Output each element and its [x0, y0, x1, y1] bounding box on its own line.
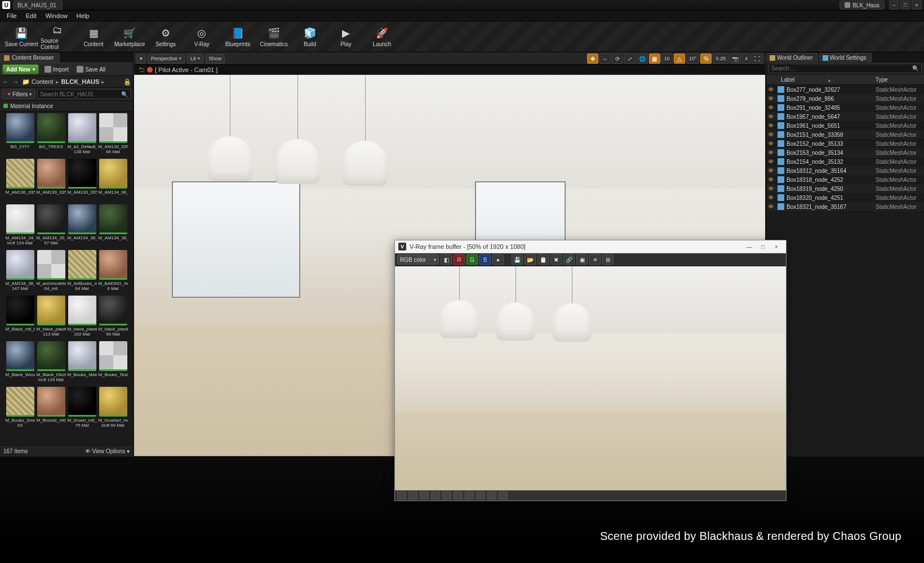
vfb-titlebar[interactable]: V V-Ray frame buffer - [50% of 1920 x 10…	[395, 240, 786, 253]
viewport-maximize-icon[interactable]: ⛶	[752, 53, 763, 64]
viewport-menu-button[interactable]: ▾	[136, 54, 145, 64]
asset-item[interactable]: M_black_plastic_mtl_brdf 113 Mat	[37, 296, 66, 339]
vfb-mono-button[interactable]: ●	[492, 254, 504, 265]
vfb-status-icon[interactable]	[465, 491, 474, 499]
nav-folder-icon[interactable]: 📁	[21, 77, 30, 86]
asset-item[interactable]: M_black_plastic_mtl_brdf 102 Mat	[68, 296, 97, 339]
asset-item[interactable]: M_black_plastic_mtl_brdf 90 Mat	[99, 296, 128, 339]
launch-button[interactable]: 🚀Launch	[365, 23, 399, 50]
visibility-icon[interactable]: 👁	[766, 131, 775, 138]
outliner-col-type[interactable]: Type	[876, 77, 924, 83]
menu-help[interactable]: Help	[72, 11, 94, 20]
cinematics-button[interactable]: 🎬Cinematics	[257, 23, 291, 50]
level-tab[interactable]: BLK_HAUS_01	[14, 1, 63, 10]
settings-button[interactable]: ⚙Settings	[149, 23, 183, 50]
world-outliner-tab[interactable]: World Outliner	[766, 53, 818, 62]
asset-item[interactable]: M_Books_Main_Shelf_mtl	[68, 341, 97, 385]
scale-snap-value[interactable]: 0.25	[713, 53, 728, 64]
menu-file[interactable]: File	[2, 11, 21, 20]
import-button[interactable]: Import	[42, 66, 71, 73]
vfb-link-icon[interactable]: 🔗	[563, 254, 575, 265]
add-new-button[interactable]: Add New	[2, 64, 39, 74]
vfb-save-icon[interactable]: 💾	[512, 254, 523, 265]
menu-edit[interactable]: Edit	[21, 11, 41, 20]
vfb-status-icon[interactable]	[442, 491, 451, 499]
asset-item[interactable]: M_Black_Wood_mtl_brdf_14_Mat	[6, 341, 35, 385]
pilot-eject-icon[interactable]: ⮌	[139, 66, 145, 73]
asset-item[interactable]: M_a3_Default_mtl_brdf 138 Mat	[68, 113, 97, 157]
outliner-row[interactable]: 👁Box2151_node_33358StaticMeshActor	[766, 130, 924, 139]
world-settings-tab[interactable]: World Settings	[819, 53, 872, 62]
menu-window[interactable]: Window	[41, 11, 72, 20]
grid-snap-icon[interactable]: ▦	[649, 53, 660, 64]
source-control-button[interactable]: 🗂Source Control	[41, 23, 74, 50]
outliner-row[interactable]: 👁Box2154_node_35132StaticMeshActor	[766, 157, 924, 166]
visibility-icon[interactable]: 👁	[766, 104, 775, 111]
vfb-r-button[interactable]: R	[454, 254, 465, 265]
asset-item[interactable]: M_brown_mtl_brdf 75 Mat	[68, 387, 97, 431]
outliner-row[interactable]: 👁Box2153_node_35134StaticMeshActor	[766, 148, 924, 157]
outliner-row[interactable]: 👁Box18312_node_35164StaticMeshActor	[766, 166, 924, 175]
close-button[interactable]: ×	[912, 1, 922, 10]
nav-fwd-button[interactable]: →	[11, 77, 20, 86]
visibility-icon[interactable]: 👁	[766, 167, 775, 174]
vfb-copy-icon[interactable]: 📋	[537, 254, 549, 265]
vfb-pixel-icon[interactable]: ⊞	[602, 254, 614, 265]
outliner-row[interactable]: 👁Box18318_node_4252StaticMeshActor	[766, 175, 924, 184]
vray-frame-buffer-window[interactable]: V V-Ray frame buffer - [50% of 1920 x 10…	[394, 240, 787, 501]
visibility-icon[interactable]: 👁	[766, 203, 775, 210]
vfb-status-icon[interactable]	[408, 491, 417, 499]
outliner-row[interactable]: 👁Box279_node_996StaticMeshActor	[766, 94, 924, 103]
asset-item[interactable]: M_Bronze_mtl_brdf_40_Mat	[37, 387, 66, 431]
outliner-row[interactable]: 👁Box18319_node_4250StaticMeshActor	[766, 184, 924, 193]
visibility-icon[interactable]: 👁	[766, 113, 775, 120]
visibility-icon[interactable]: 👁	[766, 194, 775, 201]
coord-space-icon[interactable]: 🌐	[637, 53, 648, 64]
vfb-channel-select[interactable]: RGB color	[397, 254, 439, 265]
visibility-icon[interactable]: 👁	[766, 95, 775, 102]
vfb-b-button[interactable]: B	[479, 254, 491, 265]
asset-item[interactable]: M_archmodels52_005 04_mtl	[37, 250, 66, 294]
play-button[interactable]: ▶Play	[329, 23, 363, 50]
grid-snap-value[interactable]: 10	[661, 53, 673, 64]
save-current-button[interactable]: 💾Save Current	[5, 23, 38, 50]
transform-select-icon[interactable]: ✥	[587, 53, 598, 64]
content-button[interactable]: ▦Content	[77, 23, 110, 50]
outliner-row[interactable]: 👁Box2152_node_35133StaticMeshActor	[766, 139, 924, 148]
outliner-row[interactable]: 👁Box1957_node_5647StaticMeshActor	[766, 112, 924, 121]
nav-back-button[interactable]: ←	[1, 77, 10, 86]
content-browser-search[interactable]: Search BLCK_HAUS🔍	[37, 89, 131, 99]
asset-item[interactable]: M_AM130_035_005_mtl	[37, 159, 66, 203]
visibility-icon[interactable]: 👁	[766, 149, 775, 156]
vfb-render-viewport[interactable]	[395, 266, 786, 490]
vfb-track-icon[interactable]: ☀	[589, 254, 601, 265]
vfb-open-icon[interactable]: 📂	[525, 254, 536, 265]
asset-item[interactable]: M_AM134_35_water_mtl_brdf 57 Mat	[37, 204, 66, 248]
visibility-icon[interactable]: 👁	[766, 176, 775, 183]
asset-item[interactable]: M_AM134_24_shoe_01_mtl brdf 124 Mat	[6, 204, 35, 248]
outliner-row[interactable]: 👁Box18320_node_4251StaticMeshActor	[766, 193, 924, 202]
viewport-show-button[interactable]: Show	[206, 54, 225, 64]
outliner-search-input[interactable]: Search...🔍	[768, 64, 922, 73]
asset-item[interactable]: M_Black_Kitchen_mtl brdf 129 Mat	[37, 341, 66, 385]
asset-item[interactable]: BG_CITY	[6, 113, 35, 157]
asset-item[interactable]: BG_TREES	[37, 113, 66, 157]
active-filter-chip[interactable]: Material Instance	[0, 101, 133, 111]
minimize-button[interactable]: –	[889, 1, 899, 10]
marketplace-button[interactable]: 🛒Marketplace	[113, 23, 146, 50]
vfb-status-icon[interactable]	[431, 491, 440, 499]
asset-item[interactable]: M_AM134_38_20_Defaultfps	[68, 204, 97, 248]
vfb-status-icon[interactable]	[397, 491, 406, 499]
maximize-button[interactable]: □	[900, 1, 910, 10]
asset-item[interactable]: M_AM130_035_003_mtl	[6, 159, 35, 203]
vfb-status-icon[interactable]	[476, 491, 485, 499]
asset-item[interactable]: M_Books_Small_Shelf_mtl_brdf 63	[6, 387, 35, 431]
outliner-row[interactable]: 👁Box277_node_32627StaticMeshActor	[766, 85, 924, 94]
asset-item[interactable]: M_BAKING_Normals_mtl_brdf 6 Mat	[99, 250, 128, 294]
asset-item[interactable]: M_brushed_metal_mtl brdf 89 Mat	[99, 387, 128, 431]
build-button[interactable]: 🧊Build	[293, 23, 327, 50]
visibility-icon[interactable]: 👁	[766, 122, 775, 129]
view-options-button[interactable]: 👁 View Options ▾	[85, 448, 130, 454]
vfb-minimize-button[interactable]: —	[743, 243, 756, 251]
vfb-region-icon[interactable]: ▣	[576, 254, 588, 265]
